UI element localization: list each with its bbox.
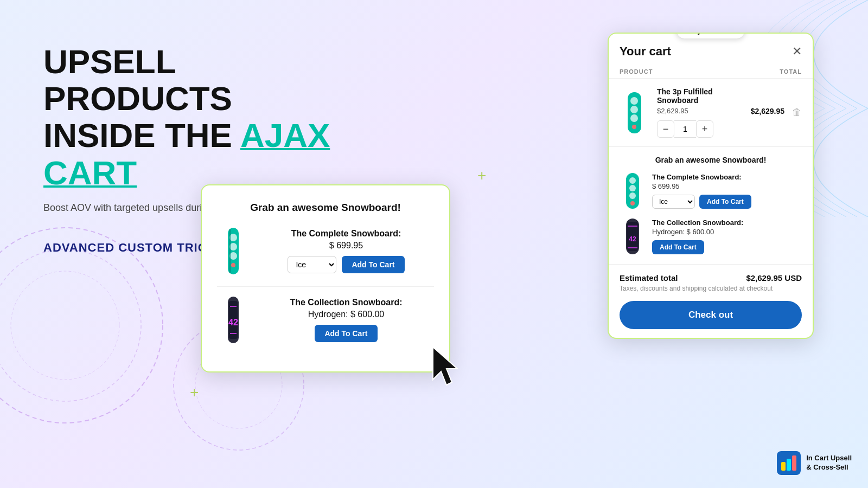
qty-control: − 1 + (657, 120, 733, 138)
cart-item-details: The 3p Fulfilled Snowboard $2,629.95 − 1… (657, 87, 733, 138)
svg-point-24 (629, 185, 636, 191)
ajax-cart: Ajax Cart Your cart ✕ PRODUCT TOTAL The … (608, 33, 814, 339)
qty-decrease-btn[interactable]: − (657, 120, 674, 138)
svg-point-2 (11, 271, 119, 380)
cart-item-image (620, 91, 649, 134)
estimated-label: Estimated total (620, 273, 678, 282)
upsell-add-btn-1[interactable]: Add To Cart (699, 195, 751, 209)
svg-point-18 (630, 97, 638, 105)
cart-table-header: PRODUCT TOTAL (609, 65, 813, 79)
popup-add-to-cart-btn-2[interactable]: Add To Cart (315, 325, 377, 342)
checkout-button[interactable]: Check out (620, 301, 802, 329)
upsell-item-2: 42 The Collection Snowboard: Hydrogen: $… (620, 217, 802, 255)
cart-item-total: $2,629.95 (741, 107, 784, 115)
decorative-plus-1: + (477, 168, 486, 183)
upsell-section-title: Grab an awesome Snowboard! (620, 156, 802, 164)
svg-point-1 (0, 249, 141, 401)
qty-increase-btn[interactable]: + (696, 120, 713, 138)
svg-point-0 (0, 228, 163, 423)
svg-point-26 (630, 201, 635, 206)
popup-product2-details: The Collection Snowboard: Hydrogen: $ 60… (258, 298, 434, 342)
popup-add-to-cart-btn-1[interactable]: Add To Cart (342, 256, 404, 273)
brand-icon (777, 451, 801, 475)
estimated-amount: $2,629.95 USD (746, 273, 802, 282)
svg-rect-34 (787, 459, 791, 471)
popup-product1-details: The Complete Snowboard: $ 699.95 Ice Pow… (258, 229, 434, 273)
cursor-arrow (427, 344, 465, 388)
upsell-item-1: The Complete Snowboard: $ 699.95 Ice Pow… (620, 172, 802, 210)
svg-rect-33 (781, 462, 786, 471)
svg-rect-10 (229, 229, 231, 273)
cart-footer: Estimated total $2,629.95 USD Taxes, dis… (609, 265, 813, 338)
popup-title: Grab an awesome Snowboard! (217, 202, 434, 214)
svg-point-19 (630, 106, 638, 113)
cart-item: The 3p Fulfilled Snowboard $2,629.95 − 1… (609, 79, 813, 147)
svg-text:42: 42 (228, 318, 238, 327)
popup-product2-image: 42 (217, 296, 250, 344)
upsell-product1-details: The Complete Snowboard: $ 699.95 Ice Pow… (652, 173, 802, 209)
popup-variant-select-1[interactable]: Ice Powder (288, 256, 336, 273)
brand-logo: In Cart Upsell & Cross-Sell (777, 451, 852, 475)
svg-point-23 (629, 177, 636, 184)
popup-cart: Grab an awesome Snowboard! The Complete … (201, 184, 450, 373)
upsell-variant-select-1[interactable]: Ice Powder (652, 195, 695, 209)
upsell-product1-image (620, 172, 646, 210)
tax-note: Taxes, discounts and shipping calculated… (620, 285, 802, 292)
upsell-product2-details: The Collection Snowboard: Hydrogen: $ 60… (652, 219, 802, 254)
upsell-section: Grab an awesome Snowboard! The Complete … (609, 147, 813, 265)
brand-text: In Cart Upsell & Cross-Sell (806, 454, 852, 472)
main-title: UPSELL PRODUCTS INSIDE THE AJAX CART (43, 43, 358, 191)
decorative-plus-2: + (190, 385, 199, 400)
popup-product-2: 42 The Collection Snowboard: Hydrogen: $… (217, 296, 434, 344)
upsell-add-btn-2[interactable]: Add To Cart (652, 240, 704, 254)
svg-point-21 (632, 125, 636, 129)
svg-rect-35 (792, 455, 796, 471)
popup-product-1: The Complete Snowboard: $ 699.95 Ice Pow… (217, 227, 434, 275)
svg-marker-16 (433, 347, 457, 385)
svg-point-9 (231, 263, 235, 267)
svg-point-20 (630, 114, 638, 122)
svg-text:42: 42 (629, 235, 636, 243)
close-button[interactable]: ✕ (792, 46, 802, 57)
qty-display: 1 (674, 120, 696, 138)
ajax-cart-title: Your cart (620, 44, 671, 59)
svg-point-25 (629, 192, 636, 199)
delete-item-btn[interactable]: 🗑 (792, 107, 802, 118)
upsell-product2-image: 42 (620, 217, 646, 255)
popup-product1-image (217, 227, 250, 275)
ajax-cart-tab: Ajax Cart (676, 33, 745, 39)
